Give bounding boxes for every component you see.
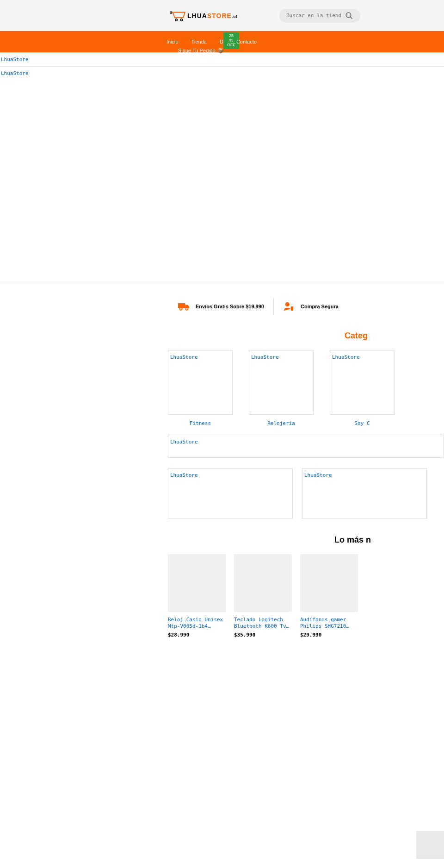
svg-point-1	[180, 19, 183, 21]
features-row: Envíos Gratis Sobre $19.990 Compra Segur…	[169, 298, 444, 315]
svg-rect-4	[178, 303, 185, 308]
track-order-link[interactable]: Sigue Tu Pedido 📦	[178, 48, 224, 54]
feature-secure-label: Compra Segura	[301, 304, 339, 309]
user-shield-icon	[283, 301, 295, 312]
svg-point-0	[175, 19, 178, 21]
product-title: Teclado Logitech Bluetooth K600 Tv…	[234, 617, 292, 630]
product-card[interactable]: Audífonos gamer Philips SHG7210… $29.990	[300, 554, 358, 638]
category-name: Soy C	[330, 420, 395, 426]
header-top: LHUASTORE.cl	[0, 0, 444, 31]
feature-shipping: Envíos Gratis Sobre $19.990	[169, 301, 273, 312]
feature-secure: Compra Segura	[274, 301, 348, 312]
nav-item-discount[interactable]: D 25 % OFF	[220, 39, 223, 44]
nav-item-contacto[interactable]: Contacto	[236, 39, 257, 44]
nav-items: Inicio Tienda D 25 % OFF Contacto	[166, 39, 257, 44]
nav-item-d-label: D	[220, 39, 223, 44]
search-container	[279, 9, 360, 23]
promo-banner-wide[interactable]: LhuaStore	[168, 435, 444, 458]
svg-point-6	[185, 308, 188, 310]
promo-banner-half-2[interactable]: LhuaStore	[302, 468, 427, 519]
category-card-relojeria[interactable]: LhuaStore Relojería	[249, 350, 314, 426]
svg-line-3	[350, 17, 352, 19]
hero-banner-1[interactable]: LhuaStore	[0, 52, 444, 67]
promo-banner-alt: LhuaStore	[170, 439, 198, 445]
category-card-soy[interactable]: LhuaStore Soy C	[330, 350, 395, 426]
nav-item-tienda[interactable]: Tienda	[191, 39, 207, 44]
product-price: $28.990	[168, 632, 226, 638]
product-title: Reloj Casio Unisex Mtp-V005d-1b4…	[168, 617, 226, 630]
product-title: Audífonos gamer Philips SHG7210…	[300, 617, 358, 630]
promo-banner-alt: LhuaStore	[170, 472, 198, 478]
product-card[interactable]: Reloj Casio Unisex Mtp-V005d-1b4… $28.99…	[168, 554, 226, 638]
category-image: LhuaStore	[168, 350, 233, 415]
scroll-top-button[interactable]	[416, 831, 444, 842]
categories-row: LhuaStore Fitness LhuaStore Relojería Lh…	[168, 350, 444, 426]
product-card[interactable]: Teclado Logitech Bluetooth K600 Tv… $35.…	[234, 554, 292, 638]
cart-logo-icon	[169, 9, 187, 23]
feature-shipping-label: Envíos Gratis Sobre $19.990	[196, 304, 264, 309]
category-image-alt: LhuaStore	[332, 354, 360, 360]
categories-title: Categ	[345, 331, 444, 341]
hero-banner-2[interactable]: LhuaStore	[0, 67, 444, 284]
nav-item-inicio[interactable]: Inicio	[166, 39, 179, 44]
package-icon: 📦	[217, 48, 224, 54]
products-title: Lo más n	[334, 535, 444, 545]
category-image: LhuaStore	[330, 350, 395, 415]
category-name: Relojería	[249, 420, 314, 426]
product-image	[168, 554, 226, 612]
promo-banner-half-1[interactable]: LhuaStore	[168, 468, 293, 519]
promo-banners-row: LhuaStore LhuaStore	[168, 468, 444, 519]
product-image	[300, 554, 358, 612]
product-image	[234, 554, 292, 612]
category-image: LhuaStore	[249, 350, 314, 415]
svg-point-2	[346, 12, 351, 18]
search-input[interactable]	[286, 12, 345, 19]
track-order-label: Sigue Tu Pedido	[178, 48, 216, 53]
category-image-alt: LhuaStore	[170, 354, 198, 360]
category-name: Fitness	[168, 420, 233, 426]
truck-icon	[178, 301, 190, 312]
products-row: Reloj Casio Unisex Mtp-V005d-1b4… $28.99…	[168, 554, 444, 638]
logo[interactable]: LHUASTORE.cl	[169, 9, 238, 23]
bottom-spacer	[0, 638, 444, 842]
svg-point-7	[285, 302, 290, 306]
logo-text: LHUASTORE.cl	[187, 12, 238, 19]
product-price: $35.990	[234, 632, 292, 638]
search-icon[interactable]	[345, 12, 353, 20]
promo-banner-alt: LhuaStore	[304, 472, 332, 478]
category-card-fitness[interactable]: LhuaStore Fitness	[168, 350, 233, 426]
svg-point-5	[179, 308, 182, 310]
product-price: $29.990	[300, 632, 358, 638]
category-image-alt: LhuaStore	[251, 354, 279, 360]
